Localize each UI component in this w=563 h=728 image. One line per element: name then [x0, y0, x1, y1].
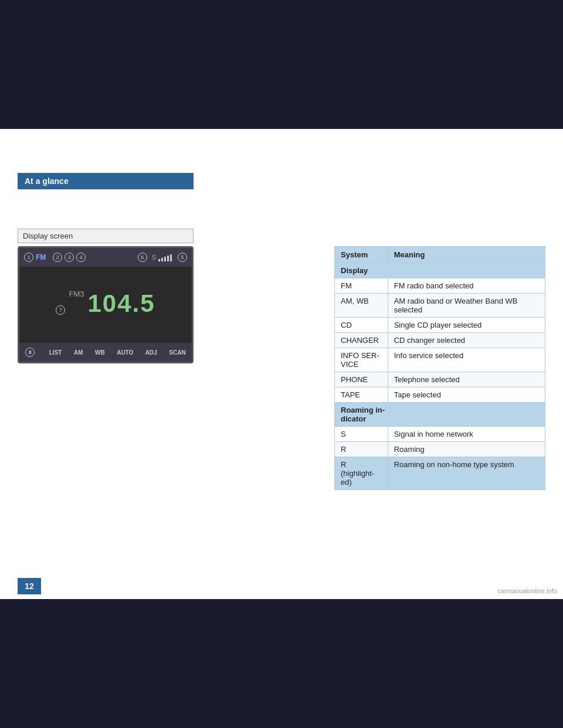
radio-top-left: 1 FM 2 3 4	[24, 253, 86, 262]
btn-list: LIST	[49, 349, 62, 356]
system-fm: FM	[335, 278, 388, 294]
btn-wb: WB	[95, 349, 105, 356]
meaning-cd: Single CD player selected	[388, 318, 545, 333]
indicator-7: 7	[56, 305, 65, 315]
display-screen-label: Display screen	[18, 229, 194, 243]
table-row: CD Single CD player selected	[335, 318, 545, 333]
meaning-r-highlighted: Roaming on non-home type system	[388, 457, 545, 490]
indicator-4: 4	[76, 253, 86, 262]
indicator-2: 2	[53, 253, 62, 262]
meaning-s: Signal in home network	[388, 427, 545, 442]
section-display-label: Display	[335, 263, 545, 278]
system-phone: PHONE	[335, 372, 388, 387]
frequency-display: 104.5	[87, 290, 155, 318]
section-header-roaming: Roaming in-dicator	[335, 403, 545, 427]
bottom-footer-bar	[0, 599, 563, 728]
btn-auto: AUTO	[117, 349, 133, 356]
table-row: R Roaming	[335, 442, 545, 457]
system-info-service: INFO SER-VICE	[335, 348, 388, 372]
system-cd: CD	[335, 318, 388, 333]
indicator-6: 6	[138, 253, 147, 262]
table-row: TAPE Tape selected	[335, 387, 545, 403]
system-tape: TAPE	[335, 387, 388, 403]
system-r-highlighted: R (highlight-ed)	[335, 457, 388, 490]
meaning-info-service: Info service selected	[388, 348, 545, 372]
table-row: FM FM radio band selected	[335, 278, 545, 294]
meaning-phone: Telephone selected	[388, 372, 545, 387]
signal-bars	[158, 253, 172, 261]
radio-top-bar: 1 FM 2 3 4 6 S 5	[19, 248, 192, 267]
meaning-tape: Tape selected	[388, 387, 545, 403]
table-header-system: System	[335, 247, 388, 263]
indicator-5: 5	[178, 253, 187, 262]
info-table: System Meaning Display FM FM radio band …	[334, 246, 545, 490]
radio-top-right: 6 S 5	[138, 253, 187, 262]
table-row-highlighted: R (highlight-ed) Roaming on non-home typ…	[335, 457, 545, 490]
indicator-3: 3	[65, 253, 74, 262]
indicator-1: 1	[24, 253, 33, 262]
btn-scan: SCAN	[169, 349, 185, 356]
system-r: R	[335, 442, 388, 457]
radio-bottom-bar: 8 LIST AM WB AUTO ADJ SCAN	[19, 343, 192, 362]
meaning-changer: CD changer selected	[388, 333, 545, 348]
meaning-r: Roaming	[388, 442, 545, 457]
table-row: CHANGER CD changer selected	[335, 333, 545, 348]
section-roaming-label: Roaming in-dicator	[335, 403, 545, 427]
system-changer: CHANGER	[335, 333, 388, 348]
meaning-fm: FM radio band selected	[388, 278, 545, 294]
radio-display: 1 FM 2 3 4 6 S 5 7	[18, 246, 194, 363]
table-row: INFO SER-VICE Info service selected	[335, 348, 545, 372]
table-row: PHONE Telephone selected	[335, 372, 545, 387]
system-s: S	[335, 427, 388, 442]
btn-am: AM	[74, 349, 83, 356]
section-header-display: Display	[335, 263, 545, 278]
table-header-meaning: Meaning	[388, 247, 545, 263]
page-number: 12	[18, 578, 41, 594]
section-label: At a glance	[18, 173, 194, 189]
radio-main-display: 7 FM3 104.5	[19, 267, 192, 343]
table-row: AM, WB AM radio band or Weather Band WB …	[335, 294, 545, 318]
top-header-bar	[0, 0, 563, 129]
watermark: carmanualonline.info	[497, 587, 557, 594]
table-row: S Signal in home network	[335, 427, 545, 442]
meaning-am-wb: AM radio band or Weather Band WB selecte…	[388, 294, 545, 318]
system-am-wb: AM, WB	[335, 294, 388, 318]
btn-adj: ADJ	[145, 349, 157, 356]
indicator-8: 8	[25, 348, 35, 357]
freq-label: FM3	[69, 290, 84, 298]
